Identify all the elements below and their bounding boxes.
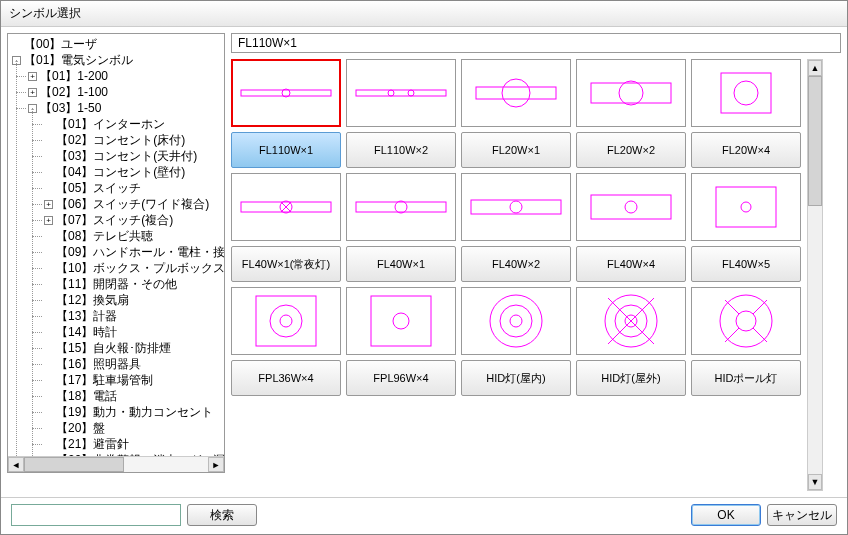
symbol-preview-9[interactable]: [691, 173, 801, 241]
symbol-button-5[interactable]: FL40W×1(常夜灯): [231, 246, 341, 282]
tree-node[interactable]: 【00】ユーザ: [24, 37, 97, 51]
main-area: 【00】ユーザ -【01】電気シンボル +【01】1-200 +【02】1-10…: [1, 27, 847, 497]
scroll-thumb[interactable]: [808, 76, 822, 206]
tree-node[interactable]: 【01】電気シンボル: [24, 53, 133, 67]
tree-node[interactable]: 【03】コンセント(天井付): [56, 149, 197, 163]
svg-rect-7: [591, 83, 671, 103]
svg-rect-19: [591, 195, 671, 219]
scroll-track[interactable]: [24, 457, 208, 472]
search-input[interactable]: [11, 504, 181, 526]
symbol-preview-11[interactable]: [346, 287, 456, 355]
symbol-preview-4[interactable]: [691, 59, 801, 127]
tree-node[interactable]: 【05】スイッチ: [56, 181, 141, 195]
symbol-button-10[interactable]: FPL36W×4: [231, 360, 341, 396]
symbol-button-2[interactable]: FL20W×1: [461, 132, 571, 168]
window-title: シンボル選択: [9, 6, 81, 20]
symbol-preview-12[interactable]: [461, 287, 571, 355]
symbol-button-14[interactable]: HIDポール灯: [691, 360, 801, 396]
tree-node[interactable]: 【18】電話: [56, 389, 117, 403]
expand-icon[interactable]: +: [28, 72, 37, 81]
symbol-preview-0[interactable]: [231, 59, 341, 127]
tree-node[interactable]: 【07】スイッチ(複合): [56, 213, 173, 227]
svg-point-30: [510, 315, 522, 327]
symbol-button-12[interactable]: HID灯(屋内): [461, 360, 571, 396]
svg-point-6: [502, 79, 530, 107]
tree-node[interactable]: 【16】照明器具: [56, 357, 141, 371]
scroll-thumb[interactable]: [24, 457, 124, 472]
symbol-button-3[interactable]: FL20W×2: [576, 132, 686, 168]
tree-node[interactable]: 【13】計器: [56, 309, 117, 323]
tree-node[interactable]: 【06】スイッチ(ワイド複合): [56, 197, 209, 211]
symbol-button-9[interactable]: FL40W×5: [691, 246, 801, 282]
tree-node[interactable]: 【20】盤: [56, 421, 105, 435]
svg-point-28: [490, 295, 542, 347]
svg-point-4: [408, 90, 414, 96]
tree-node[interactable]: 【11】開閉器・その他: [56, 277, 177, 291]
symbol-preview-8[interactable]: [576, 173, 686, 241]
tree-node[interactable]: 【01】1-200: [40, 69, 108, 83]
symbol-preview-5[interactable]: [231, 173, 341, 241]
titlebar: シンボル選択: [1, 1, 847, 27]
symbol-preview-6[interactable]: [346, 173, 456, 241]
tree-node[interactable]: 【04】コンセント(壁付): [56, 165, 185, 179]
symbol-preview-7[interactable]: [461, 173, 571, 241]
grid-wrap: FL110W×1 FL110W×2 FL20W×1 FL20W×2 FL20W×…: [231, 59, 841, 491]
symbol-preview-3[interactable]: [576, 59, 686, 127]
tree-node[interactable]: 【10】ボックス・プルボックス: [56, 261, 224, 275]
scroll-right-icon[interactable]: ►: [208, 457, 224, 472]
scroll-track[interactable]: [808, 76, 822, 474]
scroll-left-icon[interactable]: ◄: [8, 457, 24, 472]
svg-rect-21: [716, 187, 776, 227]
tree-container: 【00】ユーザ -【01】電気シンボル +【01】1-200 +【02】1-10…: [7, 33, 225, 473]
tree-node[interactable]: 【03】1-50: [40, 101, 101, 115]
svg-point-3: [388, 90, 394, 96]
scroll-up-icon[interactable]: ▲: [808, 60, 822, 76]
scroll-down-icon[interactable]: ▼: [808, 474, 822, 490]
tree-node[interactable]: 【02】コンセント(床付): [56, 133, 185, 147]
right-panel: FL110W×1 FL110W×1 FL110W×2 FL20W×1 FL20W…: [231, 33, 841, 491]
tree-node[interactable]: 【12】換気扇: [56, 293, 129, 307]
svg-rect-5: [476, 87, 556, 99]
tree-node[interactable]: 【09】ハンドホール・電柱・接地杭: [56, 245, 224, 259]
symbol-preview-10[interactable]: [231, 287, 341, 355]
grid-vscrollbar[interactable]: ▲ ▼: [807, 59, 823, 491]
tree-node[interactable]: 【08】テレビ共聴: [56, 229, 153, 243]
symbol-button-1[interactable]: FL110W×2: [346, 132, 456, 168]
ok-button[interactable]: OK: [691, 504, 761, 526]
symbol-button-4[interactable]: FL20W×4: [691, 132, 801, 168]
symbol-preview-1[interactable]: [346, 59, 456, 127]
symbol-button-7[interactable]: FL40W×2: [461, 246, 571, 282]
cancel-button[interactable]: キャンセル: [767, 504, 837, 526]
svg-point-16: [395, 201, 407, 213]
symbol-button-0[interactable]: FL110W×1: [231, 132, 341, 168]
svg-rect-15: [356, 202, 446, 212]
svg-rect-23: [256, 296, 316, 346]
expand-icon[interactable]: +: [28, 88, 37, 97]
tree-node[interactable]: 【15】自火報･防排煙: [56, 341, 171, 355]
svg-point-27: [393, 313, 409, 329]
expand-icon[interactable]: +: [44, 200, 53, 209]
svg-line-38: [725, 300, 739, 314]
symbol-tree[interactable]: 【00】ユーザ -【01】電気シンボル +【01】1-200 +【02】1-10…: [8, 34, 224, 472]
symbol-preview-14[interactable]: [691, 287, 801, 355]
tree-node[interactable]: 【14】時計: [56, 325, 117, 339]
symbol-preview-2[interactable]: [461, 59, 571, 127]
tree-node[interactable]: 【02】1-100: [40, 85, 108, 99]
tree-hscrollbar[interactable]: ◄ ►: [8, 456, 224, 472]
symbol-button-6[interactable]: FL40W×1: [346, 246, 456, 282]
symbol-button-11[interactable]: FPL96W×4: [346, 360, 456, 396]
selected-symbol-name: FL110W×1: [231, 33, 841, 53]
tree-node[interactable]: 【21】避雷針: [56, 437, 129, 451]
tree-node[interactable]: 【19】動力・動力コンセント: [56, 405, 213, 419]
symbol-button-8[interactable]: FL40W×4: [576, 246, 686, 282]
svg-point-29: [500, 305, 532, 337]
tree-node[interactable]: 【01】インターホン: [56, 117, 165, 131]
search-button[interactable]: 検索: [187, 504, 257, 526]
expand-icon[interactable]: +: [44, 216, 53, 225]
tree-node[interactable]: 【17】駐車場管制: [56, 373, 153, 387]
symbol-button-13[interactable]: HID灯(屋外): [576, 360, 686, 396]
svg-rect-17: [471, 200, 561, 214]
svg-rect-26: [371, 296, 431, 346]
symbol-preview-13[interactable]: [576, 287, 686, 355]
svg-point-24: [270, 305, 302, 337]
